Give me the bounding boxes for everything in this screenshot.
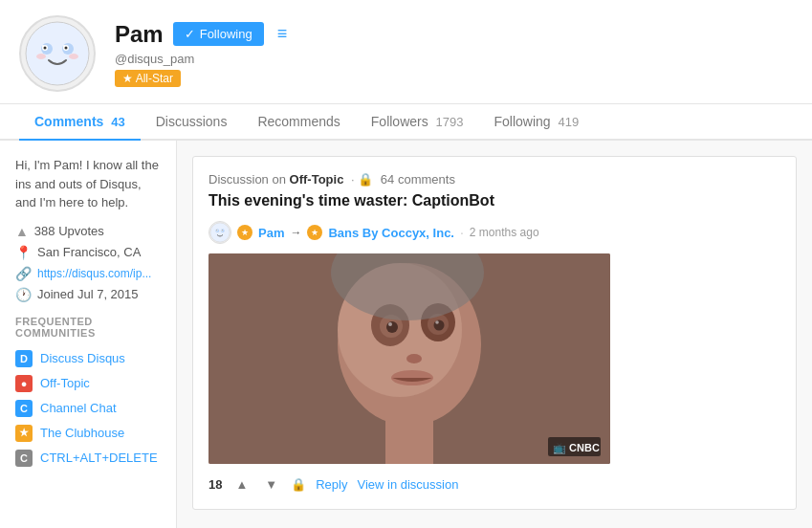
post-channel[interactable]: Off-Topic [290,172,344,187]
comment-count: 64 comments [381,172,455,187]
profile-tabs: Comments 43 Discussions Recommends Follo… [0,104,812,141]
profile-info: Pam ✓ Following ≡ @disqus_pam ★ All-Star [115,21,291,87]
community-off-topic[interactable]: ● Off-Topic [15,371,161,396]
allstar-badge: ★ All-Star [115,70,181,87]
channel-chat-icon: C [15,400,33,417]
svg-text:📺 CNBC: 📺 CNBC [553,441,600,454]
svg-point-16 [216,230,217,231]
post-meta: Discussion on Off-Topic · 🔒 64 comments [208,172,780,187]
community-ctrl-alt-delete[interactable]: C CTRL+ALT+DELETE [15,446,161,471]
author-avatar [208,221,231,244]
location-icon: 📍 [15,245,32,260]
community-channel-chat[interactable]: C Channel Chat [15,396,161,421]
svg-point-11 [210,223,230,242]
joined-meta: 🕐 Joined Jul 7, 2015 [15,287,161,302]
discuss-disqus-icon: D [15,350,33,367]
upvote-button[interactable]: ▲ [231,475,252,494]
downvote-button[interactable]: ▼ [261,475,281,494]
post-actions: 18 ▲ ▼ 🔒 Reply View in discussion [208,475,780,494]
recipient-name[interactable]: Bans By Coccyx, Inc. [328,226,454,240]
following-button[interactable]: ✓ Following [173,22,264,46]
profile-header: Pam ✓ Following ≡ @disqus_pam ★ All-Star [0,0,812,104]
community-clubhouse[interactable]: ★ The Clubhouse [15,421,161,446]
svg-point-5 [44,47,47,50]
bio-text: Hi, I'm Pam! I know all the ins and outs… [15,156,161,212]
content-area: Hi, I'm Pam! I know all the ins and outs… [0,141,812,528]
svg-point-9 [36,54,46,59]
off-topic-icon: ● [15,375,33,392]
arrow-icon: → [290,226,301,239]
post-image: 📺 CNBC [208,253,610,464]
svg-point-17 [222,230,223,231]
communities-title: Frequented Communities [15,316,161,339]
view-discussion-link[interactable]: View in discussion [357,477,458,492]
tab-discussions[interactable]: Discussions [141,104,243,141]
svg-rect-33 [208,253,610,464]
link-meta[interactable]: 🔗 https://disqus.com/ip... [15,266,161,281]
svg-point-0 [26,22,89,85]
menu-button[interactable]: ≡ [274,24,292,44]
link-icon: 🔗 [15,266,32,281]
clock-icon: 🕐 [15,287,32,302]
sidebar: Hi, I'm Pam! I know all the ins and outs… [0,141,177,528]
avatar [19,15,96,92]
profile-name: Pam [115,21,164,48]
ctrl-icon: C [15,450,33,467]
post-title: This evening's time waster: CaptionBot [208,192,780,209]
author-star-badge: ★ [237,225,252,240]
recipient-badge: ★ [307,225,322,240]
feed-area: Discussion on Off-Topic · 🔒 64 comments … [177,141,812,528]
clubhouse-icon: ★ [15,425,33,442]
tab-comments[interactable]: Comments 43 [19,104,141,141]
tab-followers[interactable]: Followers 1793 [356,104,479,141]
svg-point-10 [69,54,78,59]
profile-link[interactable]: https://disqus.com/ip... [37,267,151,280]
community-discuss-disqus[interactable]: D Discuss Disqus [15,346,161,371]
vote-count: 18 [208,477,222,492]
svg-point-6 [65,47,68,50]
post-author-row: ★ Pam → ★ Bans By Coccyx, Inc. · 2 month… [208,221,780,244]
lock-icon: · 🔒 [351,172,377,187]
svg-point-7 [42,45,44,47]
upvote-icon: ▲ [15,224,29,239]
profile-handle: @disqus_pam [115,52,291,66]
location-meta: 📍 San Francisco, CA [15,245,161,260]
author-name[interactable]: Pam [258,226,284,240]
tab-following[interactable]: Following 419 [479,104,595,141]
post-time: 2 months ago [470,226,539,239]
reply-link[interactable]: Reply [316,477,347,492]
tab-recommends[interactable]: Recommends [242,104,355,141]
post-card: Discussion on Off-Topic · 🔒 64 comments … [192,156,797,510]
upvotes-meta: ▲ 388 Upvotes [15,224,161,239]
svg-point-8 [63,45,65,47]
